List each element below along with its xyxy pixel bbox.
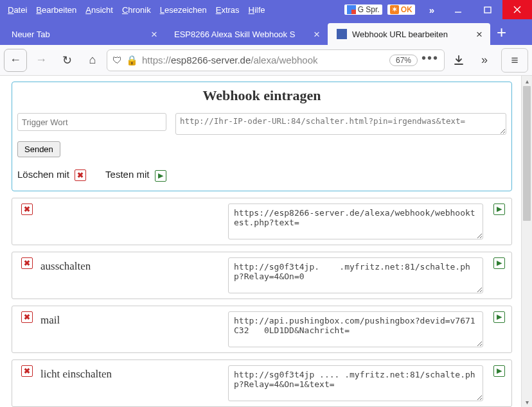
page-title: Webhook eintragen [17,87,506,104]
scroll-up-icon[interactable]: ▴ [522,76,532,86]
delete-button[interactable]: ✖ [21,365,33,377]
tab-close-icon[interactable]: × [474,29,485,40]
tab-new[interactable]: Neuer Tab × [3,23,165,45]
tab-label: Neuer Tab [12,30,50,39]
url-input[interactable] [175,113,506,135]
home-button[interactable]: ⌂ [81,49,104,72]
new-tab-button[interactable]: + [490,22,513,45]
webhook-url-field[interactable]: http://sg0f3t4jp. .myfritz.net:81/schalt… [228,257,483,293]
zoom-indicator[interactable]: 67% [389,55,418,66]
svg-rect-1 [484,7,491,13]
send-button[interactable]: Senden [17,141,60,157]
play-icon: ▶ [155,170,166,182]
tab-label: Webhook URL bearbeiten [352,30,448,39]
delete-legend-label: Löschen mit [17,169,69,180]
toolbar-overflow-button[interactable]: » [473,49,496,72]
favicon-icon [337,29,347,39]
webhook-url-field[interactable]: http://api.pushingbox.com/pushingbox?dev… [228,311,483,347]
scrollbar[interactable]: ▴ ▾ [521,76,532,407]
form-card: Webhook eintragen Senden Löschen mit ✖ T… [12,82,512,191]
page-content: Webhook eintragen Senden Löschen mit ✖ T… [0,76,521,407]
tab-label: ESP8266 Alexa Skill Webhook S [174,30,295,39]
reload-button[interactable]: ↻ [55,49,78,72]
toolbar: ← → ↻ ⌂ 🛡 🔒 https://esp8266-server.de/al… [0,45,532,76]
menu-lesezeichen[interactable]: Lesezeichen [160,5,207,15]
overflow-chevron-icon[interactable]: » [420,4,443,15]
page-actions-icon[interactable]: ••• [421,58,439,62]
menu-bar: Datei Bearbeiten Ansicht Chronik Lesezei… [0,5,344,15]
menu-bearbeiten[interactable]: Bearbeiten [36,5,76,15]
delete-button[interactable]: ✖ [21,257,33,269]
webhook-trigger [40,204,220,206]
delete-button[interactable]: ✖ [21,204,33,215]
scroll-thumb[interactable] [523,86,531,221]
ok-extension[interactable]: ✶OK [387,4,415,15]
menu-chronik[interactable]: Chronik [122,5,151,15]
titlebar: Datei Bearbeiten Ansicht Chronik Lesezei… [0,0,532,19]
webhook-row: ✖ausschaltenhttp://sg0f3t4jp. .myfritz.n… [12,252,512,299]
webhook-trigger: licht einschalten [40,365,220,381]
webhook-trigger: mail [40,311,220,327]
test-legend-label: Testen mit [105,169,149,180]
lock-icon[interactable]: 🔒 [126,55,138,66]
back-button[interactable]: ← [4,49,27,72]
translate-icon [347,5,356,14]
url-bar[interactable]: 🛡 🔒 https://esp8266-server.de/alexa/webh… [107,49,445,71]
tab-close-icon[interactable]: × [148,29,160,40]
delete-icon: ✖ [75,169,86,181]
webhook-row: ✖mailhttp://api.pushingbox.com/pushingbo… [12,306,512,353]
tab-close-icon[interactable]: × [311,29,323,40]
webhook-row: ✖https://esp8266-server.de/alexa/webhook… [12,198,512,245]
test-button[interactable]: ▶ [493,365,505,377]
legend-row: Löschen mit ✖ Testen mit ▶ [17,169,506,182]
delete-button[interactable]: ✖ [21,311,33,323]
webhook-trigger: ausschalten [40,257,220,273]
menu-datei[interactable]: Datei [8,5,27,15]
scroll-down-icon[interactable]: ▾ [522,397,532,407]
ok-icon: ✶ [390,5,399,14]
tab-webhook-url[interactable]: Webhook URL bearbeiten × [328,23,490,45]
downloads-button[interactable] [447,49,470,72]
minimize-button[interactable] [443,0,473,19]
maximize-button[interactable] [473,0,502,19]
test-button[interactable]: ▶ [493,311,505,323]
menu-extras[interactable]: Extras [216,5,240,15]
test-button[interactable]: ▶ [493,257,505,269]
app-menu-button[interactable]: ≡ [501,48,528,73]
menu-hilfe[interactable]: Hilfe [249,5,265,15]
tab-strip: Neuer Tab × ESP8266 Alexa Skill Webhook … [0,19,532,45]
tab-esp8266[interactable]: ESP8266 Alexa Skill Webhook S × [165,23,328,45]
trigger-input[interactable] [17,113,166,131]
webhook-row: ✖licht einschaltenhttp://sg0f3t4jp .... … [12,359,512,407]
forward-button[interactable]: → [30,49,53,72]
url-text: https://esp8266-server.de/alexa/webhook [142,55,386,65]
webhook-url-field[interactable]: https://esp8266-server.de/alexa/webhook/… [228,204,483,239]
webhook-url-field[interactable]: http://sg0f3t4jp .... .myfritz.net:81/sc… [228,365,483,401]
google-translate-extension[interactable]: G Spr. [344,4,382,15]
window-close-button[interactable] [502,0,532,19]
shield-icon[interactable]: 🛡 [112,55,122,65]
window-controls [443,0,532,19]
test-button[interactable]: ▶ [493,204,505,215]
menu-ansicht[interactable]: Ansicht [85,5,113,15]
